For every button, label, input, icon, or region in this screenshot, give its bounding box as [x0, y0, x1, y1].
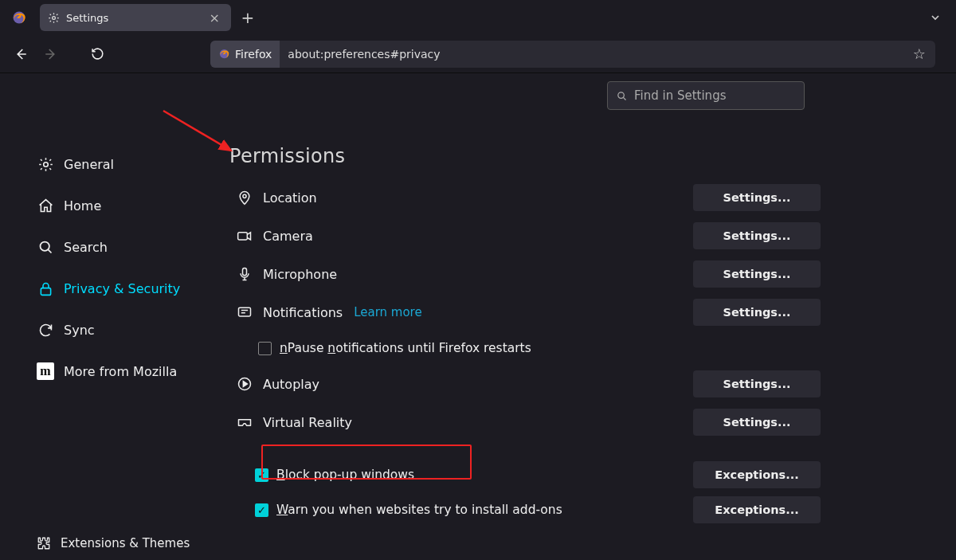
autoplay-icon: [236, 375, 253, 393]
vr-headset-icon: [236, 413, 253, 431]
sidebar: General Home Search Privacy & Security S…: [0, 73, 223, 560]
svg-rect-9: [243, 268, 247, 276]
sidebar-footer-extensions[interactable]: Extensions & Themes: [37, 536, 190, 550]
camera-settings-button[interactable]: Settings...: [693, 222, 821, 249]
content-area: General Home Search Privacy & Security S…: [0, 73, 956, 560]
back-button[interactable]: [8, 41, 33, 67]
svg-rect-10: [239, 307, 251, 316]
permission-camera-row: Camera Settings...: [223, 217, 932, 255]
forward-button[interactable]: [38, 41, 64, 67]
sidebar-item-general[interactable]: General: [37, 143, 223, 185]
search-placeholder: Find in Settings: [634, 88, 726, 103]
permission-vr-row: Virtual Reality Settings...: [223, 403, 932, 441]
search-icon: [37, 238, 54, 256]
vr-settings-button[interactable]: Settings...: [693, 409, 821, 436]
sidebar-item-home[interactable]: Home: [37, 185, 223, 226]
svg-point-3: [43, 162, 48, 166]
lock-icon: [37, 280, 54, 297]
camera-icon: [236, 227, 253, 245]
reload-button[interactable]: [84, 41, 110, 67]
permission-location-row: Location Settings...: [223, 178, 932, 217]
notifications-icon: [236, 303, 253, 321]
new-tab-button[interactable]: +: [236, 8, 260, 27]
svg-point-1: [53, 16, 56, 19]
url-bar[interactable]: Firefox about:preferences#privacy ☆: [210, 41, 935, 68]
sidebar-item-sync[interactable]: Sync: [37, 309, 223, 350]
microphone-icon: [236, 265, 253, 283]
autoplay-settings-button[interactable]: Settings...: [693, 370, 821, 397]
sync-icon: [37, 321, 54, 339]
url-text: about:preferences#privacy: [280, 48, 903, 61]
svg-point-7: [243, 194, 246, 198]
block-popups-label: Block pop-up windowsBlock pop-up windows: [276, 468, 414, 482]
permission-notifications-row: Notifications Learn more Settings...: [223, 293, 932, 331]
pause-notifications-label: nPause notifications until Firefox resta…: [280, 341, 531, 355]
sidebar-label: Home: [64, 198, 101, 213]
sidebar-label: More from Mozilla: [64, 364, 177, 379]
firefox-app-icon: [6, 5, 32, 30]
sidebar-item-mozilla[interactable]: m More from Mozilla: [37, 350, 223, 392]
microphone-label: Microphone: [263, 267, 337, 282]
svg-rect-5: [41, 288, 50, 295]
sidebar-label: General: [64, 157, 114, 172]
warn-addons-label: Warn you when websites try to install ad…: [276, 503, 562, 517]
sidebar-item-search[interactable]: Search: [37, 226, 223, 268]
home-icon: [37, 197, 54, 214]
popup-exceptions-button[interactable]: Exceptions...: [693, 461, 821, 488]
mozilla-icon: m: [37, 362, 54, 380]
checkbox-checked-icon[interactable]: ✓: [255, 468, 268, 482]
permission-autoplay-row: Autoplay Settings...: [223, 365, 932, 403]
sidebar-item-privacy[interactable]: Privacy & Security: [37, 268, 223, 309]
settings-search-input[interactable]: Find in Settings: [607, 81, 805, 110]
svg-point-6: [618, 92, 625, 98]
browser-tab[interactable]: Settings ×: [40, 4, 231, 31]
block-popups-row: ✓ Block pop-up windowsBlock pop-up windo…: [223, 457, 932, 492]
sidebar-label: Privacy & Security: [64, 281, 180, 296]
search-icon: [616, 90, 628, 102]
warn-addons-row: ✓ Warn you when websites try to install …: [223, 492, 932, 527]
microphone-settings-button[interactable]: Settings...: [693, 260, 821, 288]
footer-label: Extensions & Themes: [61, 536, 190, 550]
gear-icon: [48, 12, 60, 24]
sidebar-label: Search: [64, 240, 108, 255]
main-panel: Find in Settings Permissions Location Se…: [223, 73, 956, 560]
checkbox-checked-icon[interactable]: ✓: [255, 503, 268, 517]
notifications-learn-more-link[interactable]: Learn more: [354, 305, 422, 319]
location-label: Location: [263, 190, 317, 206]
location-settings-button[interactable]: Settings...: [693, 184, 821, 211]
notifications-label: Notifications: [263, 305, 343, 320]
location-icon: [236, 189, 253, 206]
pause-notifications-checkbox-row[interactable]: nPause notifications until Firefox resta…: [223, 331, 932, 365]
tab-title: Settings: [66, 12, 108, 24]
gear-icon: [37, 155, 54, 173]
vr-label: Virtual Reality: [263, 415, 352, 430]
bookmark-star-icon[interactable]: ☆: [903, 45, 935, 62]
url-identity-box[interactable]: Firefox: [210, 41, 280, 68]
all-tabs-button[interactable]: [929, 11, 956, 24]
title-bar: Settings × +: [0, 0, 956, 35]
section-title-permissions: Permissions: [229, 145, 932, 167]
identity-label: Firefox: [235, 48, 272, 61]
checkbox-empty-icon: [258, 342, 272, 355]
permission-microphone-row: Microphone Settings...: [223, 255, 932, 293]
sidebar-label: Sync: [64, 323, 95, 338]
toolbar: Firefox about:preferences#privacy ☆: [0, 35, 956, 73]
addons-exceptions-button[interactable]: Exceptions...: [693, 496, 821, 523]
autoplay-label: Autoplay: [263, 377, 319, 392]
tab-close-button[interactable]: ×: [206, 10, 223, 25]
camera-label: Camera: [263, 229, 313, 244]
notifications-settings-button[interactable]: Settings...: [693, 299, 821, 326]
puzzle-icon: [37, 536, 51, 550]
svg-rect-8: [238, 233, 248, 240]
